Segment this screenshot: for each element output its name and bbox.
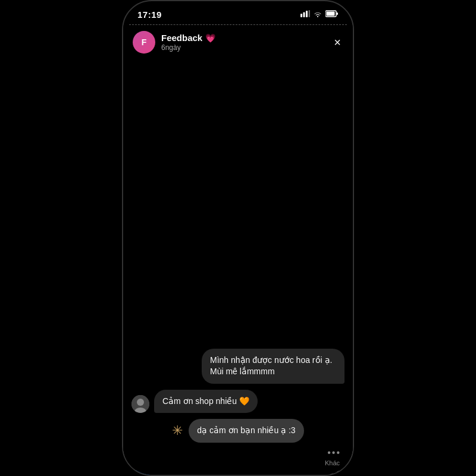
signal-icon	[300, 10, 310, 19]
spacer	[131, 69, 345, 343]
avatar: F	[133, 31, 155, 54]
message-bubble-incoming: Cảm ơn shop nhiều 🧡	[154, 390, 258, 414]
wifi-icon	[313, 10, 322, 19]
message-bubble-outgoing: Mình nhận được nước hoa rồi ạ. Mùi mê lắ…	[202, 349, 345, 384]
bottom-section: ••• Khác	[123, 444, 353, 475]
chat-area: Mình nhận được nước hoa rồi ạ. Mùi mê lắ…	[123, 60, 353, 464]
header-name-row: Feedback 💗	[161, 33, 331, 43]
chat-header: F Feedback 💗 6ngày ×	[123, 25, 353, 60]
contact-name: Feedback	[161, 33, 202, 43]
reply-bubble: dạ cảm ơn bạn nhiều ạ :3	[189, 419, 303, 443]
header-time: 6ngày	[161, 43, 331, 52]
svg-rect-0	[300, 14, 302, 17]
message-text: Mình nhận được nước hoa rồi ạ. Mùi mê lắ…	[210, 355, 332, 377]
svg-rect-3	[309, 10, 311, 17]
sparkle-row: ✳ dạ cảm ơn bạn nhiều ạ :3	[131, 419, 345, 443]
sparkle-icon: ✳	[172, 423, 183, 439]
status-time: 17:19	[137, 10, 162, 20]
header-info: Feedback 💗 6ngày	[161, 33, 331, 52]
status-bar: 17:19	[123, 1, 353, 24]
heart-icon: 💗	[205, 33, 215, 43]
khac-label[interactable]: Khác	[123, 459, 353, 469]
close-button[interactable]: ×	[331, 34, 343, 51]
svg-rect-6	[337, 12, 339, 15]
svg-point-8	[137, 399, 144, 406]
svg-rect-5	[327, 12, 335, 16]
message-text: dạ cảm ơn bạn nhiều ạ :3	[197, 425, 295, 435]
more-dots[interactable]: •••	[123, 444, 353, 459]
battery-icon	[325, 10, 339, 19]
user-avatar-small	[131, 395, 149, 413]
svg-rect-1	[303, 12, 305, 18]
status-icons	[300, 10, 339, 19]
message-row-incoming: Cảm ơn shop nhiều 🧡	[131, 390, 345, 414]
chat-container: Mình nhận được nước hoa rồi ạ. Mùi mê lắ…	[123, 60, 353, 476]
message-text: Cảm ơn shop nhiều 🧡	[162, 396, 249, 406]
svg-rect-2	[306, 11, 308, 17]
phone-frame: 17:19	[122, 0, 354, 476]
